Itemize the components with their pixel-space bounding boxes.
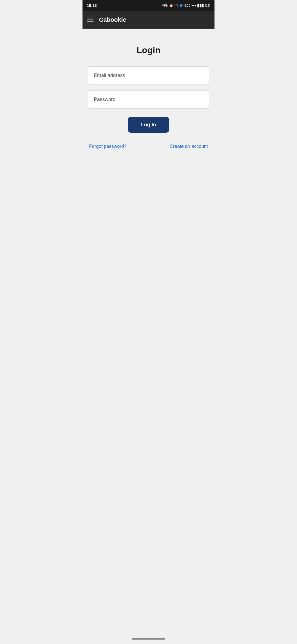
data-speed-icon: 3.00 bbox=[184, 4, 190, 7]
login-form: Log In Forgot password? Create an accoun… bbox=[88, 66, 209, 149]
bluetooth-icon: 🔷 bbox=[179, 4, 183, 7]
alarm-icon: ⏰ bbox=[169, 4, 173, 7]
forgot-password-link[interactable]: Forgot password? bbox=[89, 144, 127, 149]
main-content: Login Log In Forgot password? Create an … bbox=[82, 29, 215, 635]
hamburger-line-2 bbox=[87, 20, 94, 20]
status-icons: VPN ⏰ 📳 🔷 3.00 ▾▾▾ ▊▊▊ [23] bbox=[162, 4, 210, 7]
hamburger-line-3 bbox=[87, 21, 94, 22]
bottom-bar bbox=[82, 635, 215, 644]
app-title: Cabookie bbox=[99, 16, 126, 23]
vibrate-icon: 📳 bbox=[174, 4, 178, 7]
links-row: Forgot password? Create an account bbox=[88, 144, 209, 149]
wifi-icon: ▾▾▾ bbox=[191, 4, 196, 7]
hamburger-line-1 bbox=[87, 18, 94, 18]
signal-icon: ▊▊▊ bbox=[197, 4, 204, 7]
email-field[interactable] bbox=[88, 66, 209, 85]
home-indicator bbox=[132, 638, 165, 640]
vpn-icon: VPN bbox=[162, 4, 169, 7]
login-button[interactable]: Log In bbox=[128, 117, 169, 133]
app-bar: Cabookie bbox=[82, 11, 215, 29]
status-time: 19:13 bbox=[87, 3, 97, 8]
create-account-link[interactable]: Create an account bbox=[170, 144, 208, 149]
status-bar: 19:13 VPN ⏰ 📳 🔷 3.00 ▾▾▾ ▊▊▊ [23] bbox=[82, 0, 215, 11]
battery-icon: [23] bbox=[205, 4, 210, 7]
page-title: Login bbox=[136, 45, 160, 55]
menu-button[interactable] bbox=[87, 18, 94, 22]
password-field[interactable] bbox=[88, 90, 209, 109]
